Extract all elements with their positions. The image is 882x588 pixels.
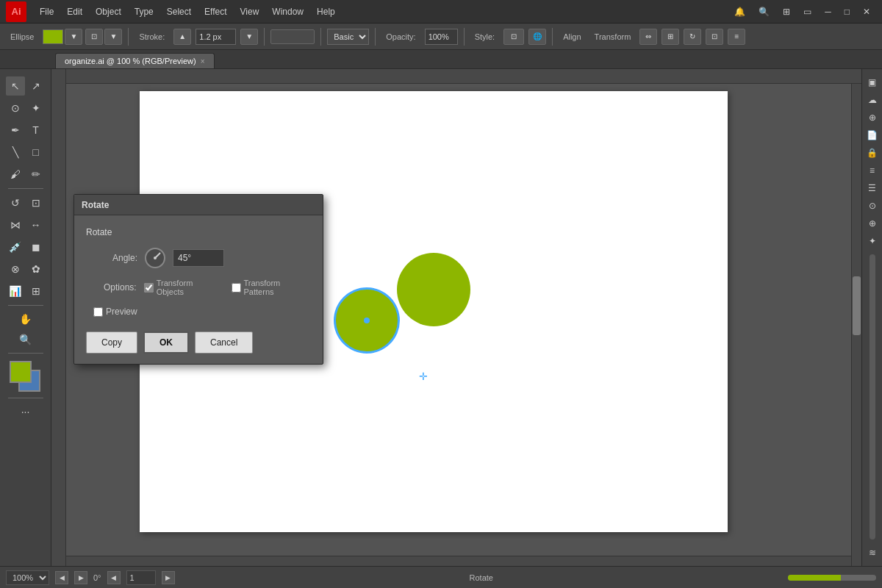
stroke-type-btn[interactable]: ▼ [104, 29, 122, 45]
stroke-down-btn[interactable]: ▼ [240, 29, 258, 45]
fill-color-box[interactable] [43, 29, 63, 44]
page-input[interactable] [126, 570, 156, 585]
transform-btn3[interactable]: ↻ [684, 29, 701, 45]
menu-object[interactable]: Object [90, 4, 127, 20]
panel-btn2[interactable]: ☁ [865, 93, 880, 107]
stroke-style-box[interactable] [270, 29, 315, 44]
zoom-next-btn[interactable]: ▶ [74, 571, 87, 584]
width-tool[interactable]: ↔ [26, 215, 46, 234]
notification-icon[interactable]: 🔔 [728, 4, 751, 20]
magic-wand-tool[interactable]: ✦ [26, 98, 46, 118]
menu-extra-btn[interactable]: ≡ [728, 29, 745, 45]
close-btn[interactable]: ✕ [857, 4, 876, 20]
foreground-color[interactable] [10, 361, 32, 383]
menu-select[interactable]: Select [161, 4, 197, 20]
ok-button[interactable]: OK [143, 331, 189, 354]
dialog-section-title: Rotate [86, 227, 311, 237]
transform-btn2[interactable]: ⊞ [662, 29, 679, 45]
eyedropper-tool[interactable]: 💉 [6, 237, 25, 257]
angle-input[interactable] [173, 249, 224, 267]
cancel-button[interactable]: Cancel [195, 331, 253, 354]
transform-patterns-checkbox-item[interactable]: Transform Patterns [232, 279, 311, 296]
transform-objects-checkbox-item[interactable]: Transform Objects [144, 279, 221, 296]
stroke-options-btn[interactable]: ⊡ [85, 29, 103, 45]
panel-btn5[interactable]: 🔒 [865, 146, 880, 160]
rotate-tool[interactable]: ↺ [6, 193, 25, 212]
menu-file[interactable]: File [34, 4, 60, 20]
scrollbar-thumb-right[interactable] [853, 276, 861, 335]
copy-button[interactable]: Copy [86, 331, 137, 354]
sep1 [128, 28, 129, 46]
panel-btn6[interactable]: ≡ [865, 163, 880, 178]
line-tool[interactable]: ╲ [6, 143, 25, 162]
transform-patterns-checkbox[interactable] [232, 283, 241, 293]
menu-view[interactable]: View [234, 4, 265, 20]
panel-btn8[interactable]: ⊙ [865, 198, 880, 213]
symbol-tool[interactable]: ✿ [26, 259, 46, 279]
minimize-btn[interactable]: ─ [819, 4, 837, 20]
gradient-tool[interactable]: ◼ [26, 237, 46, 257]
stroke-up-btn[interactable]: ▲ [173, 29, 191, 45]
dialog-title: Rotate [82, 200, 109, 210]
transform-btn1[interactable]: ⇔ [639, 29, 657, 45]
rect-tool[interactable]: □ [26, 143, 46, 162]
menu-window[interactable]: Window [266, 4, 309, 20]
circle-large[interactable] [397, 253, 470, 326]
artboard-tool[interactable]: ⊞ [26, 282, 46, 301]
opacity-input[interactable] [425, 29, 458, 45]
style-icon[interactable]: ⊡ [503, 29, 524, 45]
page-prev-btn[interactable]: ◀ [107, 571, 121, 584]
zoom-select[interactable]: 100% 50% 200% [6, 570, 49, 585]
stroke-value-input[interactable] [196, 29, 236, 45]
scale-tool[interactable]: ⊡ [26, 193, 46, 212]
search-icon[interactable]: 🔍 [753, 4, 775, 20]
menu-edit[interactable]: Edit [61, 4, 88, 20]
pen-tool[interactable]: ✒ [6, 121, 25, 140]
workspace-icon[interactable]: ⊞ [777, 4, 796, 20]
blend-tool[interactable]: ⊗ [6, 259, 25, 279]
style-select[interactable]: Basic [327, 29, 369, 45]
panel-btn7[interactable]: ☰ [865, 181, 880, 196]
document-tab[interactable]: organize.ai @ 100 % (RGB/Preview) × [55, 53, 215, 68]
zoom-prev-btn[interactable]: ◀ [55, 571, 68, 584]
column-graph-tool[interactable]: 📊 [6, 282, 25, 301]
preview-checkbox[interactable] [93, 307, 103, 317]
maximize-btn[interactable]: □ [839, 4, 856, 20]
tab-close-btn[interactable]: × [201, 57, 205, 65]
menu-type[interactable]: Type [129, 4, 159, 20]
pencil-tool[interactable]: ✏ [26, 165, 46, 184]
panel-btn9[interactable]: ⊕ [865, 216, 880, 231]
scrollbar-bottom[interactable] [66, 556, 851, 566]
panel-btn11[interactable]: ≋ [865, 545, 880, 560]
transform-btn4[interactable]: ⊡ [706, 29, 723, 45]
panel-icon[interactable]: ▭ [797, 4, 817, 20]
zoom-tool[interactable]: 🔍 [5, 330, 46, 349]
status-right [788, 575, 876, 581]
sep3 [320, 28, 321, 46]
warp-tool[interactable]: ⋈ [6, 215, 25, 234]
transform-objects-checkbox[interactable] [144, 283, 154, 293]
options-checkboxes: Transform Objects Transform Patterns [144, 279, 311, 296]
panel-btn10[interactable]: ✦ [865, 234, 880, 248]
panel-btn3[interactable]: ⊕ [865, 110, 880, 125]
panel-btn4[interactable]: 📄 [865, 128, 880, 143]
circle-small-selected[interactable] [334, 288, 399, 353]
type-tool[interactable]: T [26, 121, 46, 140]
direct-select-tool[interactable]: ↗ [26, 76, 46, 96]
lasso-tool[interactable]: ⊙ [6, 98, 25, 118]
preview-checkbox-item[interactable]: Preview [93, 306, 137, 317]
page-next-btn[interactable]: ▶ [162, 571, 175, 584]
tool-sep4 [8, 398, 43, 398]
hand-tool[interactable]: ✋ [5, 309, 46, 329]
menu-effect[interactable]: Effect [198, 4, 232, 20]
globe-icon[interactable]: 🌐 [528, 29, 546, 45]
paintbrush-tool[interactable]: 🖌 [6, 165, 25, 184]
panel-btn1[interactable]: ▣ [865, 75, 880, 90]
panel-scrollbar[interactable] [870, 254, 875, 539]
progress-bar [788, 575, 876, 581]
more-tools-btn[interactable]: ··· [5, 402, 46, 421]
scrollbar-right[interactable] [851, 84, 861, 566]
select-tool[interactable]: ↖ [6, 76, 25, 96]
menu-help[interactable]: Help [311, 4, 341, 20]
fill-options-btn[interactable]: ▼ [65, 29, 82, 45]
